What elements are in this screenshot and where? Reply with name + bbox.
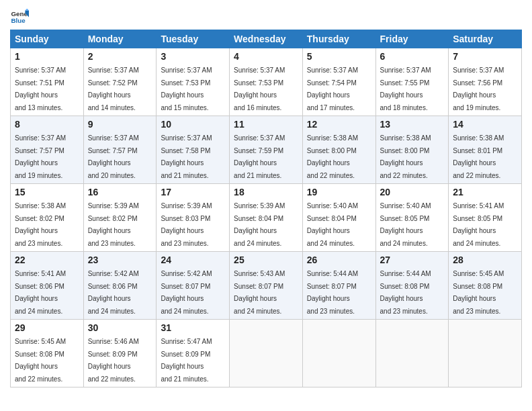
day-number: 20 (380, 187, 445, 197)
svg-text:Blue: Blue (11, 17, 26, 24)
day-number: 17 (161, 187, 225, 197)
day-info: Sunrise: 5:45 AMSunset: 8:08 PMDaylight … (453, 270, 504, 315)
day-info: Sunrise: 5:43 AMSunset: 8:07 PMDaylight … (234, 270, 285, 315)
day-number: 16 (88, 187, 152, 197)
calendar-cell: 20 Sunrise: 5:40 AMSunset: 8:05 PMDaylig… (375, 184, 449, 252)
day-info: Sunrise: 5:37 AMSunset: 7:59 PMDaylight … (234, 134, 285, 179)
logo: General Blue (10, 7, 32, 26)
weekday-header-row: SundayMondayTuesdayWednesdayThursdayFrid… (11, 30, 522, 48)
day-number: 9 (88, 119, 152, 130)
day-info: Sunrise: 5:46 AMSunset: 8:09 PMDaylight … (88, 338, 139, 383)
calendar-cell: 28 Sunrise: 5:45 AMSunset: 8:08 PMDaylig… (449, 252, 522, 320)
calendar-week-row: 15 Sunrise: 5:38 AMSunset: 8:02 PMDaylig… (11, 184, 522, 252)
day-number: 8 (15, 119, 79, 130)
page-header: General Blue (10, 7, 522, 26)
day-info: Sunrise: 5:40 AMSunset: 8:04 PMDaylight … (307, 202, 358, 247)
day-number: 3 (161, 51, 225, 62)
calendar-cell: 31 Sunrise: 5:47 AMSunset: 8:09 PMDaylig… (157, 320, 230, 387)
day-info: Sunrise: 5:38 AMSunset: 8:00 PMDaylight … (380, 134, 431, 179)
day-number: 30 (88, 322, 152, 333)
calendar-table: SundayMondayTuesdayWednesdayThursdayFrid… (10, 30, 522, 387)
weekday-header-sunday: Sunday (11, 30, 84, 48)
day-number: 19 (307, 187, 371, 197)
weekday-header-saturday: Saturday (449, 30, 522, 48)
day-info: Sunrise: 5:44 AMSunset: 8:07 PMDaylight … (307, 270, 358, 315)
day-number: 1 (15, 51, 79, 62)
calendar-week-row: 8 Sunrise: 5:37 AMSunset: 7:57 PMDayligh… (11, 116, 522, 184)
day-number: 24 (161, 255, 225, 265)
calendar-cell: 11 Sunrise: 5:37 AMSunset: 7:59 PMDaylig… (230, 116, 303, 184)
day-number: 11 (234, 119, 298, 130)
day-number: 26 (307, 255, 371, 265)
day-info: Sunrise: 5:37 AMSunset: 7:53 PMDaylight … (234, 66, 285, 111)
day-info: Sunrise: 5:37 AMSunset: 7:53 PMDaylight … (161, 66, 212, 111)
day-number: 31 (161, 322, 225, 333)
day-number: 29 (15, 322, 79, 333)
day-info: Sunrise: 5:40 AMSunset: 8:05 PMDaylight … (380, 202, 431, 247)
weekday-header-monday: Monday (83, 30, 157, 48)
svg-marker-3 (25, 9, 29, 11)
day-number: 27 (380, 255, 445, 265)
calendar-cell: 17 Sunrise: 5:39 AMSunset: 8:03 PMDaylig… (157, 184, 230, 252)
calendar-cell: 5 Sunrise: 5:37 AMSunset: 7:54 PMDayligh… (302, 48, 375, 116)
weekday-header-tuesday: Tuesday (157, 30, 230, 48)
calendar-cell: 30 Sunrise: 5:46 AMSunset: 8:09 PMDaylig… (83, 320, 157, 387)
day-number: 2 (88, 51, 152, 62)
day-info: Sunrise: 5:37 AMSunset: 7:57 PMDaylight … (15, 134, 66, 179)
calendar-cell (449, 320, 522, 387)
day-info: Sunrise: 5:41 AMSunset: 8:05 PMDaylight … (453, 202, 504, 247)
calendar-cell: 27 Sunrise: 5:44 AMSunset: 8:08 PMDaylig… (375, 252, 449, 320)
calendar-cell: 18 Sunrise: 5:39 AMSunset: 8:04 PMDaylig… (230, 184, 303, 252)
calendar-cell: 24 Sunrise: 5:42 AMSunset: 8:07 PMDaylig… (157, 252, 230, 320)
day-number: 14 (453, 119, 517, 130)
calendar-cell: 12 Sunrise: 5:38 AMSunset: 8:00 PMDaylig… (302, 116, 375, 184)
calendar-cell: 9 Sunrise: 5:37 AMSunset: 7:57 PMDayligh… (83, 116, 157, 184)
calendar-cell (375, 320, 449, 387)
day-info: Sunrise: 5:38 AMSunset: 8:02 PMDaylight … (15, 202, 66, 247)
day-number: 21 (453, 187, 517, 197)
weekday-header-wednesday: Wednesday (230, 30, 303, 48)
day-number: 10 (161, 119, 225, 130)
day-number: 6 (380, 51, 445, 62)
calendar-cell: 19 Sunrise: 5:40 AMSunset: 8:04 PMDaylig… (302, 184, 375, 252)
calendar-cell: 15 Sunrise: 5:38 AMSunset: 8:02 PMDaylig… (11, 184, 84, 252)
calendar-cell: 4 Sunrise: 5:37 AMSunset: 7:53 PMDayligh… (230, 48, 303, 116)
calendar-week-row: 22 Sunrise: 5:41 AMSunset: 8:06 PMDaylig… (11, 252, 522, 320)
calendar-cell: 2 Sunrise: 5:37 AMSunset: 7:52 PMDayligh… (83, 48, 157, 116)
calendar-cell: 23 Sunrise: 5:42 AMSunset: 8:06 PMDaylig… (83, 252, 157, 320)
day-number: 12 (307, 119, 371, 130)
day-info: Sunrise: 5:38 AMSunset: 8:01 PMDaylight … (453, 134, 504, 179)
calendar-cell: 8 Sunrise: 5:37 AMSunset: 7:57 PMDayligh… (11, 116, 84, 184)
calendar-cell: 1 Sunrise: 5:37 AMSunset: 7:51 PMDayligh… (11, 48, 84, 116)
day-number: 7 (453, 51, 517, 62)
day-info: Sunrise: 5:39 AMSunset: 8:04 PMDaylight … (234, 202, 285, 247)
day-number: 25 (234, 255, 298, 265)
calendar-cell: 14 Sunrise: 5:38 AMSunset: 8:01 PMDaylig… (449, 116, 522, 184)
weekday-header-thursday: Thursday (302, 30, 375, 48)
day-number: 4 (234, 51, 298, 62)
day-info: Sunrise: 5:37 AMSunset: 7:52 PMDaylight … (88, 66, 139, 111)
calendar-cell: 21 Sunrise: 5:41 AMSunset: 8:05 PMDaylig… (449, 184, 522, 252)
calendar-cell (230, 320, 303, 387)
calendar-cell: 22 Sunrise: 5:41 AMSunset: 8:06 PMDaylig… (11, 252, 84, 320)
calendar-cell: 3 Sunrise: 5:37 AMSunset: 7:53 PMDayligh… (157, 48, 230, 116)
day-number: 5 (307, 51, 371, 62)
day-number: 28 (453, 255, 517, 265)
day-info: Sunrise: 5:39 AMSunset: 8:03 PMDaylight … (161, 202, 212, 247)
day-number: 22 (15, 255, 79, 265)
calendar-cell: 16 Sunrise: 5:39 AMSunset: 8:02 PMDaylig… (83, 184, 157, 252)
weekday-header-friday: Friday (375, 30, 449, 48)
day-info: Sunrise: 5:38 AMSunset: 8:00 PMDaylight … (307, 134, 358, 179)
day-number: 15 (15, 187, 79, 197)
day-info: Sunrise: 5:47 AMSunset: 8:09 PMDaylight … (161, 338, 212, 383)
day-info: Sunrise: 5:42 AMSunset: 8:07 PMDaylight … (161, 270, 212, 315)
day-info: Sunrise: 5:37 AMSunset: 7:58 PMDaylight … (161, 134, 212, 179)
calendar-week-row: 1 Sunrise: 5:37 AMSunset: 7:51 PMDayligh… (11, 48, 522, 116)
calendar-cell: 25 Sunrise: 5:43 AMSunset: 8:07 PMDaylig… (230, 252, 303, 320)
calendar-cell: 26 Sunrise: 5:44 AMSunset: 8:07 PMDaylig… (302, 252, 375, 320)
day-info: Sunrise: 5:37 AMSunset: 7:54 PMDaylight … (307, 66, 358, 111)
day-info: Sunrise: 5:44 AMSunset: 8:08 PMDaylight … (380, 270, 431, 315)
day-info: Sunrise: 5:37 AMSunset: 7:56 PMDaylight … (453, 66, 504, 111)
day-info: Sunrise: 5:45 AMSunset: 8:08 PMDaylight … (15, 338, 66, 383)
day-info: Sunrise: 5:42 AMSunset: 8:06 PMDaylight … (88, 270, 139, 315)
